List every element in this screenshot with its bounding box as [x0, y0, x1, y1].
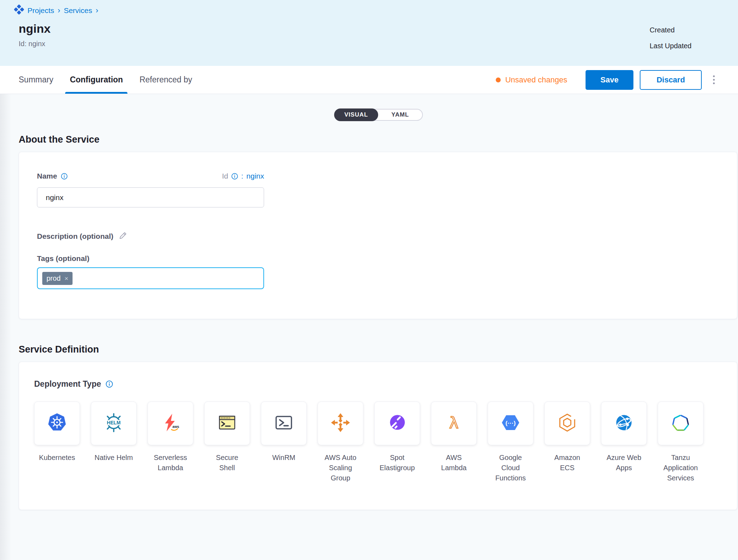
page-title: nginx: [19, 22, 738, 36]
tag-chip-label: prod: [46, 274, 61, 282]
deployment-type-serverless-lambda[interactable]: aws Serverless Lambda: [148, 402, 193, 483]
created-label: Created: [650, 26, 692, 34]
deployment-type-native-helm[interactable]: HELM Native Helm: [91, 402, 137, 483]
service-definition-heading: Service Definition: [19, 344, 737, 355]
breadcrumb-item-projects[interactable]: Projects: [27, 6, 54, 15]
svg-text:(···): (···): [506, 419, 516, 427]
description-label: Description (optional): [37, 232, 113, 241]
gcp-functions-icon: (···): [500, 412, 521, 434]
service-definition-card: Deployment Type Kubernetes HELM Native H…: [19, 362, 737, 510]
tab-bar: Summary Configuration Referenced by Unsa…: [0, 66, 738, 94]
tag-chip: prod ×: [42, 272, 73, 285]
tags-input[interactable]: prod ×: [37, 267, 264, 289]
tag-remove-icon[interactable]: ×: [64, 275, 68, 282]
svg-text:HELM: HELM: [107, 420, 121, 425]
unsaved-changes-status: Unsaved changes: [496, 75, 567, 85]
svg-text:λ: λ: [449, 413, 459, 432]
helm-icon: HELM: [104, 412, 124, 434]
chevron-right-icon: ›: [58, 7, 60, 14]
kubernetes-icon: [47, 412, 67, 434]
configuration-content: VISUAL YAML About the Service Name Id :: [0, 94, 738, 510]
about-service-card: Name Id : nginx Description (optional): [19, 152, 737, 319]
unsaved-dot-icon: [496, 77, 501, 82]
more-options-kebab-icon[interactable]: [711, 73, 717, 86]
breadcrumb-item-services[interactable]: Services: [64, 6, 92, 15]
last-updated-label: Last Updated: [650, 42, 692, 50]
deployment-type-google-cloud-functions[interactable]: (···) Google Cloud Functions: [488, 402, 533, 483]
serverless-framework-icon: aws: [160, 412, 181, 434]
deployment-type-tanzu-application-services[interactable]: Tanzu Application Services: [658, 402, 703, 483]
spot-icon: [387, 412, 407, 434]
deployment-type-spot-elastigroup[interactable]: Spot Elastigroup: [374, 402, 420, 483]
svg-text:aws: aws: [173, 425, 180, 429]
info-icon[interactable]: [61, 173, 68, 180]
name-field-label: Name: [37, 172, 68, 180]
page-header: Projects › Services › nginx Id: nginx Cr…: [0, 0, 738, 66]
deployment-type-azure-web-apps[interactable]: Azure Web Apps: [601, 402, 647, 483]
deployment-type-secure-shell[interactable]: Secure Shell: [204, 402, 250, 483]
service-id-value[interactable]: nginx: [246, 172, 264, 180]
deployment-type-aws-auto-scaling-group[interactable]: AWS Auto Scaling Group: [318, 402, 363, 483]
chevron-right-icon: ›: [96, 7, 98, 14]
name-input[interactable]: [37, 187, 264, 207]
tab-summary[interactable]: Summary: [14, 66, 58, 94]
toggle-option-visual[interactable]: VISUAL: [334, 108, 378, 121]
terminal-icon: [217, 412, 237, 434]
info-icon[interactable]: [106, 380, 113, 388]
tags-label: Tags (optional): [37, 254, 264, 263]
tab-referenced-by[interactable]: Referenced by: [135, 66, 197, 94]
tab-configuration[interactable]: Configuration: [65, 66, 127, 94]
powershell-icon: [274, 412, 294, 434]
deployment-type-tiles: Kubernetes HELM Native Helm aws Serverle…: [34, 402, 737, 483]
deployment-type-label-row: Deployment Type: [34, 379, 737, 389]
toolbar: Unsaved changes Save Discard: [496, 70, 738, 90]
toggle-option-yaml[interactable]: YAML: [378, 109, 422, 120]
deployment-type-kubernetes[interactable]: Kubernetes: [34, 402, 80, 483]
deployment-type-winrm[interactable]: WinRM: [261, 402, 307, 483]
tabs: Summary Configuration Referenced by: [14, 66, 197, 94]
deployment-type-label: Deployment Type: [34, 379, 101, 389]
entity-id: Id: nginx: [19, 40, 738, 48]
id-label: Id: [222, 172, 228, 180]
visual-yaml-toggle: VISUAL YAML: [334, 109, 423, 121]
edit-pencil-icon[interactable]: [119, 231, 127, 241]
amazon-ecs-icon: [557, 412, 577, 434]
tanzu-icon: [670, 412, 691, 434]
service-id-row: Id : nginx: [222, 172, 264, 180]
header-meta: Created Last Updated: [650, 26, 692, 50]
deployment-type-amazon-ecs[interactable]: Amazon ECS: [544, 402, 590, 483]
aws-lambda-icon: λ: [444, 412, 464, 434]
breadcrumb: Projects › Services ›: [14, 5, 738, 16]
discard-button[interactable]: Discard: [640, 70, 702, 90]
info-icon[interactable]: [231, 173, 238, 180]
app-logo-icon: [14, 5, 24, 16]
save-button[interactable]: Save: [586, 70, 633, 90]
aws-auto-scaling-icon: [330, 412, 351, 434]
deployment-type-aws-lambda[interactable]: λ AWS Lambda: [431, 402, 477, 483]
azure-web-apps-icon: [614, 412, 634, 434]
unsaved-changes-label: Unsaved changes: [505, 75, 567, 85]
